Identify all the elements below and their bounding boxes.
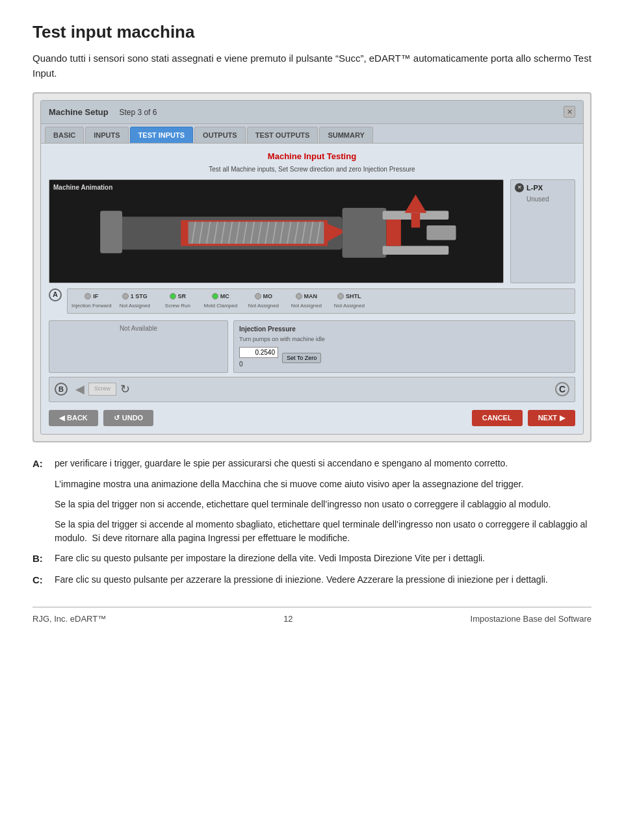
indicator-1stg-label: Not Assigned — [120, 302, 150, 310]
annotation-anim-letter — [32, 477, 47, 491]
indicator-shtl-label: Not Assigned — [334, 302, 365, 310]
led-mo — [255, 293, 261, 299]
cancel-button[interactable]: CANCEL — [472, 410, 523, 426]
indicator-if: IF Injection Forward — [72, 292, 111, 311]
a-label: A — [49, 288, 62, 301]
lpx-sub: Unused — [526, 194, 571, 204]
tab-outputs[interactable]: OUTPUTS — [194, 127, 246, 144]
led-1stg — [122, 293, 129, 299]
indicator-mo-label: Not Assigned — [248, 302, 279, 310]
lpx-header: ✕ L-PX — [515, 183, 571, 194]
annotation-trigger-wrong-letter — [32, 518, 47, 545]
svg-rect-24 — [100, 210, 122, 253]
annotations: A: per verificare i trigger, guardare le… — [32, 457, 592, 588]
annotation-c-letter: C: — [32, 573, 47, 588]
tab-summary[interactable]: SUMMARY — [319, 127, 372, 144]
dialog-header: Machine Setup Step 3 of 6 ✕ — [41, 101, 583, 124]
svg-rect-30 — [426, 225, 456, 240]
injection-panel: Injection Pressure Turn pumps on with ma… — [233, 320, 575, 373]
animation-area: Machine Animation — [49, 179, 575, 283]
page-title: Test input macchina — [32, 19, 592, 45]
injection-pressure-title: Injection Pressure — [239, 324, 569, 334]
indicator-if-code: IF — [93, 292, 98, 301]
annotation-a-letter: A: — [32, 457, 47, 472]
annotation-c: C: Fare clic su questo pulsante per azze… — [32, 573, 592, 588]
screenshot-frame: Machine Setup Step 3 of 6 ✕ BASIC INPUTS… — [32, 92, 592, 442]
annotation-c-text: Fare clic su questo pulsante per azzerar… — [55, 573, 548, 588]
indicator-mc: MC Mold Clamped — [201, 292, 240, 311]
injection-value-field[interactable] — [239, 347, 278, 358]
svg-rect-26 — [383, 246, 449, 255]
section-title: Machine Input Testing — [49, 150, 575, 163]
indicator-mc-label: Mold Clamped — [204, 302, 238, 310]
annotation-trigger-off-letter — [32, 498, 47, 511]
footer: RJG, Inc. eDART™ 12 Impostazione Base de… — [32, 607, 592, 626]
dialog-close-button[interactable]: ✕ — [564, 106, 575, 118]
screw-arrow-right-icon[interactable]: ↻ — [120, 381, 130, 398]
indicator-man-label: Not Assigned — [291, 302, 322, 310]
dialog-left-buttons: ◀ BACK ↺ UNDO — [49, 410, 153, 426]
injection-pressure-sub: Turn pumps on with machine idle — [239, 335, 569, 344]
indicator-if-label: Injection Forward — [72, 302, 111, 310]
injection-min-value: 0 — [239, 359, 278, 369]
dialog-content: Machine Input Testing Test all Machine i… — [41, 144, 583, 434]
annotation-trigger-wrong: Se la spia del trigger si accende al mom… — [32, 518, 592, 545]
svg-rect-23 — [343, 207, 387, 257]
annotation-a-text: per verificare i trigger, guardare le sp… — [55, 457, 508, 472]
dialog-title: Machine Setup — [49, 107, 109, 117]
undo-button[interactable]: ↺ UNDO — [103, 410, 153, 426]
tab-bar: BASIC INPUTS TEST INPUTS OUTPUTS TEST OU… — [41, 124, 583, 144]
led-if — [84, 293, 91, 299]
indicator-shtl-code: SHTL — [346, 292, 361, 301]
indicator-sr: SR Screw Run — [158, 292, 197, 311]
indicator-mc-code: MC — [220, 292, 229, 301]
footer-page-number: 12 — [283, 613, 292, 626]
c-label: C — [555, 382, 569, 396]
dialog-right-buttons: CANCEL NEXT ▶ — [472, 410, 575, 426]
back-button[interactable]: ◀ BACK — [49, 410, 98, 426]
annotation-b-text: Fare clic su questo pulsante per imposta… — [55, 552, 485, 566]
annotation-b-letter: B: — [32, 552, 47, 566]
svg-rect-27 — [386, 219, 401, 246]
screw-label: Screw — [88, 383, 116, 396]
indicator-row-a: IF Injection Forward 1 STG Not Assigned — [67, 288, 575, 314]
row-b-section: B ◀ Screw ↻ C — [49, 377, 575, 402]
section-subtitle: Test all Machine inputs, Set Screw direc… — [49, 164, 575, 174]
tab-inputs[interactable]: INPUTS — [85, 127, 128, 144]
indicator-1stg: 1 STG Not Assigned — [115, 292, 154, 311]
annotation-anim-text: L’immagine mostra una animazione della M… — [55, 477, 523, 491]
footer-right: Impostazione Base del Software — [471, 613, 592, 626]
dialog-buttons: ◀ BACK ↺ UNDO CANCEL NEXT ▶ — [49, 406, 575, 427]
tab-basic[interactable]: BASIC — [45, 127, 84, 144]
screw-arrow-left-icon[interactable]: ◀ — [75, 381, 84, 398]
lpx-x-icon: ✕ — [515, 183, 524, 192]
led-sr — [170, 293, 176, 299]
led-shtl — [337, 293, 344, 299]
annotation-trigger-off-text: Se la spia del trigger non si accende, e… — [55, 498, 551, 511]
annotation-b: B: Fare clic su questo pulsante per impo… — [32, 552, 592, 566]
footer-left: RJG, Inc. eDART™ — [32, 613, 106, 626]
lpx-title: L-PX — [526, 183, 543, 194]
annotation-trigger-off: Se la spia del trigger non si accende, e… — [32, 498, 592, 511]
set-to-zero-button[interactable]: Set To Zero — [282, 353, 321, 363]
lpx-panel: ✕ L-PX Unused — [510, 179, 575, 283]
tab-test-inputs[interactable]: TEST INPUTS — [130, 127, 194, 144]
indicator-shtl: SHTL Not Assigned — [330, 292, 369, 311]
next-button[interactable]: NEXT ▶ — [528, 410, 575, 426]
indicator-man: MAN Not Assigned — [287, 292, 326, 311]
svg-rect-29 — [411, 212, 421, 227]
animation-label: Machine Animation — [53, 183, 112, 192]
indicator-1stg-code: 1 STG — [131, 292, 148, 301]
led-mc — [212, 293, 218, 299]
annotation-a: A: per verificare i trigger, guardare le… — [32, 457, 592, 472]
indicator-mo: MO Not Assigned — [244, 292, 283, 311]
indicator-row-a-wrapper: A IF Injection Forward 1 ST — [49, 288, 575, 318]
b-label: B — [55, 383, 68, 396]
screw-controls: ◀ Screw ↻ — [75, 381, 130, 398]
dialog-step: Step 3 of 6 — [119, 108, 157, 117]
annotation-trigger-wrong-text: Se la spia del trigger si accende al mom… — [55, 518, 592, 545]
machine-setup-dialog: Machine Setup Step 3 of 6 ✕ BASIC INPUTS… — [40, 100, 584, 435]
machine-animation-box: Machine Animation — [49, 179, 504, 283]
page-intro: Quando tutti i sensori sono stati assegn… — [32, 51, 592, 81]
tab-test-outputs[interactable]: TEST OUTPUTS — [247, 127, 318, 144]
